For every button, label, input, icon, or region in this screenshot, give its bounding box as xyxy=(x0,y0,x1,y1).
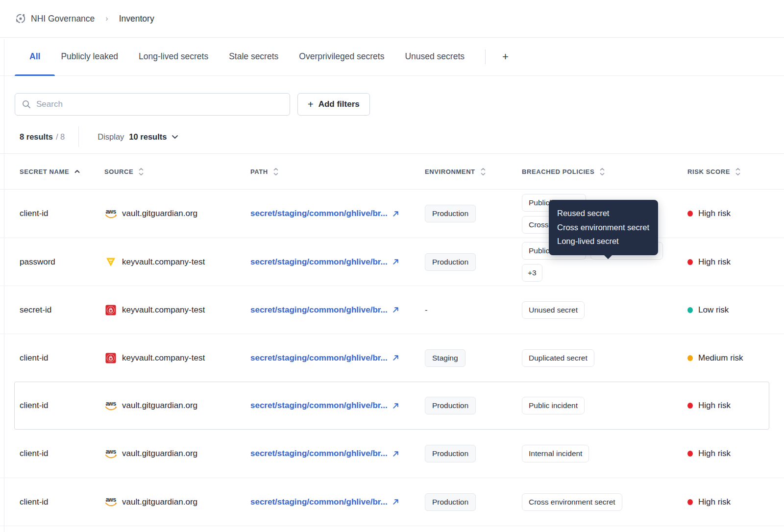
path-cell: secret/staging/common/ghlive/br... xyxy=(250,401,425,411)
secret-name: client-id xyxy=(20,497,104,507)
nhi-governance-orbit-icon xyxy=(15,13,26,24)
source-name: keyvault.company-test xyxy=(122,305,205,315)
results-row: 8 results / 8 Display 10 results xyxy=(20,126,784,147)
risk-score-cell: High risk xyxy=(687,497,784,507)
display-count-select[interactable]: Display 10 results xyxy=(98,132,178,142)
environment-badge: Production xyxy=(425,493,476,511)
risk-label: High risk xyxy=(698,449,731,459)
vault-lock-icon xyxy=(104,353,117,363)
path-cell: secret/staging/common/ghlive/br... xyxy=(250,305,425,315)
path-link[interactable]: secret/staging/common/ghlive/br... xyxy=(250,257,388,267)
breached-policies-cell: Cross environment secret xyxy=(522,493,671,511)
table-row[interactable]: client-idawsvault.gitguardian.orgsecret/… xyxy=(0,382,784,430)
table-row[interactable]: client-idawsvault.gitguardian.orgsecret/… xyxy=(0,190,784,238)
tab-stale-secrets[interactable]: Stale secrets xyxy=(229,38,278,76)
tab-overprivileged-secrets[interactable]: Overprivileged secrets xyxy=(299,38,384,76)
risk-label: High risk xyxy=(698,209,731,218)
tooltip-policy-line: Long-lived secret xyxy=(557,234,649,248)
display-label: Display xyxy=(98,132,124,142)
table-row[interactable]: client-idawsvault.gitguardian.orgsecret/… xyxy=(0,430,784,478)
environment-empty: - xyxy=(425,305,428,314)
path-link[interactable]: secret/staging/common/ghlive/br... xyxy=(250,353,388,363)
tooltip-policy-line: Reused secret xyxy=(557,206,649,220)
breadcrumb-app[interactable]: NHI Governance xyxy=(31,14,95,24)
policy-badge: Internal incident xyxy=(522,445,589,462)
filter-row: + Add filters xyxy=(15,93,784,116)
breadcrumb: NHI Governance › Inventory xyxy=(0,0,784,38)
tab-all[interactable]: All xyxy=(29,38,40,76)
add-tab-button[interactable]: + xyxy=(502,50,509,63)
table-bottom-divider xyxy=(0,526,784,532)
path-link[interactable]: secret/staging/common/ghlive/br... xyxy=(250,209,388,218)
sort-icon xyxy=(138,167,144,176)
risk-dot-icon xyxy=(687,499,693,505)
source-cell: keyvault.company-test xyxy=(104,353,250,363)
table-row[interactable]: client-idkeyvault.company-testsecret/sta… xyxy=(0,334,784,382)
table-row[interactable]: client-idawsvault.gitguardian.orgsecret/… xyxy=(0,478,784,526)
environment-badge: Production xyxy=(425,445,476,462)
results-total: / 8 xyxy=(56,132,65,142)
environment-badge: Staging xyxy=(425,349,466,367)
more-policies-badge[interactable]: +3 xyxy=(522,264,542,282)
table-header-row: Secret nameSourcePathEnvironmentBreached… xyxy=(0,153,784,190)
aws-icon: aws xyxy=(104,401,117,411)
environment-cell: Production xyxy=(425,445,522,462)
column-header-environment[interactable]: Environment xyxy=(425,167,522,176)
risk-dot-icon xyxy=(687,403,693,409)
environment-cell: Production xyxy=(425,397,522,414)
table-row[interactable]: passwordkeyvault.company-testsecret/stag… xyxy=(0,238,784,286)
add-filters-label: Add filters xyxy=(318,99,360,109)
policy-badge: Public incident xyxy=(522,397,585,414)
policy-badge: Cross environment secret xyxy=(522,493,622,511)
breached-policies-tooltip: Reused secretCross environment secretLon… xyxy=(549,200,658,255)
source-name: keyvault.company-test xyxy=(122,257,205,267)
source-cell: awsvault.gitguardian.org xyxy=(104,449,250,459)
policy-badge: Unused secret xyxy=(522,301,585,319)
tooltip-policy-line: Cross environment secret xyxy=(557,220,649,235)
risk-dot-icon xyxy=(687,259,693,265)
source-name: vault.gitguardian.org xyxy=(122,449,197,459)
tab-unused-secrets[interactable]: Unused secrets xyxy=(405,38,465,76)
path-link[interactable]: secret/staging/common/ghlive/br... xyxy=(250,401,388,411)
secret-name: client-id xyxy=(20,209,104,218)
breadcrumb-separator-icon: › xyxy=(105,14,108,23)
path-cell: secret/staging/common/ghlive/br... xyxy=(250,257,425,267)
external-link-icon xyxy=(392,354,399,362)
risk-score-cell: High risk xyxy=(687,209,784,218)
breached-policies-cell: Internal incident xyxy=(522,445,671,462)
path-link[interactable]: secret/staging/common/ghlive/br... xyxy=(250,305,388,315)
breached-policies-cell: Duplicated secret xyxy=(522,349,671,367)
search-input[interactable] xyxy=(36,99,283,109)
source-name: vault.gitguardian.org xyxy=(122,401,197,411)
risk-score-cell: High risk xyxy=(687,257,784,267)
column-header-risk-score[interactable]: Risk score xyxy=(687,167,784,176)
tab-long-lived-secrets[interactable]: Long-lived secrets xyxy=(139,38,208,76)
risk-score-cell: High risk xyxy=(687,401,784,411)
add-filters-button[interactable]: + Add filters xyxy=(297,93,370,116)
plus-icon: + xyxy=(308,99,314,110)
risk-score-cell: Medium risk xyxy=(687,353,784,363)
breached-policies-cell: Unused secret xyxy=(522,301,671,319)
column-header-secret-name[interactable]: Secret name xyxy=(20,168,104,175)
risk-dot-icon xyxy=(687,355,693,361)
search-box[interactable] xyxy=(15,93,290,116)
path-link[interactable]: secret/staging/common/ghlive/br... xyxy=(250,497,388,507)
search-icon xyxy=(22,100,31,109)
display-value: 10 results xyxy=(129,132,167,142)
tab-publicly-leaked[interactable]: Publicly leaked xyxy=(61,38,118,76)
risk-score-cell: Low risk xyxy=(687,305,784,315)
risk-label: Medium risk xyxy=(698,353,743,363)
tab-bar-divider xyxy=(485,49,486,64)
secret-name: secret-id xyxy=(20,305,104,315)
azure-keyvault-icon xyxy=(104,257,117,267)
column-header-breached-policies[interactable]: Breached policies xyxy=(522,167,687,176)
sort-asc-icon xyxy=(74,169,80,174)
column-header-path[interactable]: Path xyxy=(250,167,425,176)
table-row[interactable]: secret-idkeyvault.company-testsecret/sta… xyxy=(0,286,784,334)
risk-dot-icon xyxy=(687,451,693,457)
column-header-source[interactable]: Source xyxy=(104,167,250,176)
table-body: client-idawsvault.gitguardian.orgsecret/… xyxy=(0,190,784,526)
secrets-table: Secret nameSourcePathEnvironmentBreached… xyxy=(0,153,784,532)
path-link[interactable]: secret/staging/common/ghlive/br... xyxy=(250,449,388,459)
environment-cell: Production xyxy=(425,205,522,222)
